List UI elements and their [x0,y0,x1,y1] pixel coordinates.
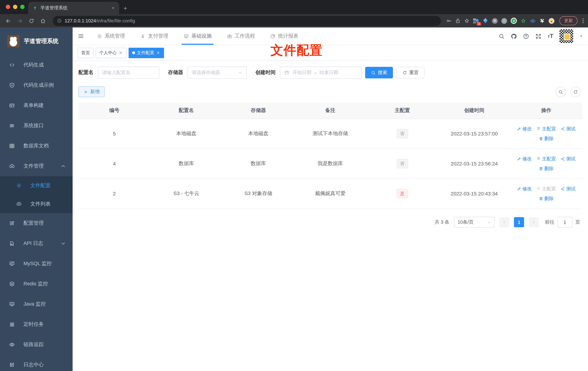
tag-label: 首页 [81,50,90,56]
storage-select[interactable]: 请选择存储器 [188,66,247,79]
edit-link[interactable]: 修改 [517,156,532,162]
new-tab-button[interactable] [123,6,128,11]
tag-首页[interactable]: 首页 [78,47,94,58]
address-bar[interactable]: 127.0.0.1:1024/infra/file/file-config [53,16,441,26]
page-size-select[interactable]: 10条/页 [454,217,494,228]
date-separator: - [315,70,316,75]
master-link[interactable]: 主配置 [536,186,556,192]
sidebar-item-系统接口[interactable]: 系统接口 [0,116,73,136]
reload-icon[interactable] [27,16,36,25]
briefcase-icon [227,33,232,39]
top-nav-基础设施[interactable]: 基础设施 [176,27,219,45]
delete-link[interactable]: 删除 [539,165,554,172]
top-nav-工作流程[interactable]: 工作流程 [219,27,262,45]
home-icon[interactable] [38,16,48,25]
sidebar-item-文件管理[interactable]: 文件管理 [0,156,73,176]
master-link[interactable]: 主配置 [536,156,556,162]
sidebar-item-配置管理[interactable]: 配置管理 [0,213,73,233]
delete-link[interactable]: 删除 [539,135,554,142]
search-button[interactable]: 搜索 [365,67,393,78]
edit-link[interactable]: 修改 [517,186,532,192]
test-link[interactable]: 测试 [561,156,576,162]
top-nav-系统管理[interactable]: 系统管理 [89,27,133,45]
top-nav-支付管理[interactable]: 支付管理 [133,27,176,45]
master-link[interactable]: 主配置 [536,126,556,132]
edit-link[interactable]: 修改 [517,126,532,132]
reset-button[interactable]: 重置 [397,67,424,78]
help-icon[interactable] [523,33,529,39]
sidebar-subitem-文件配置[interactable]: 文件配置 [0,176,73,195]
test-link[interactable]: 测试 [561,186,576,192]
extension-v-icon[interactable]: V [511,18,517,24]
extension-eye-icon[interactable] [530,18,536,24]
table-toolbar: 新增 [78,86,582,97]
font-size-icon[interactable] [547,32,553,40]
sidebar-subitem-文件列表[interactable]: 文件列表 [0,195,73,213]
show-search-toggle-button[interactable] [556,86,566,97]
url-path: /infra/file/file-config [96,18,135,23]
zoom-window-button[interactable] [20,5,25,9]
sidebar-item-数据库文档[interactable]: 数据库文档 [0,136,73,156]
tag-close-icon[interactable] [156,51,160,55]
tag-文件配置[interactable]: 文件配置 [129,47,164,58]
screen: 芋道管理系统 127.0.0.1:1024/infra/file/file-co… [0,0,588,371]
search-icon[interactable] [498,33,504,39]
extension-star-icon[interactable] [520,18,526,24]
github-icon[interactable] [511,33,517,39]
extension-command-icon[interactable]: ⌘ [492,18,498,24]
tab-close-icon[interactable] [110,5,116,11]
sidebar-item-代码生成[interactable]: 代码生成 [0,55,73,75]
sidebar-item-label: 文件管理 [23,163,52,170]
fullscreen-icon[interactable] [535,33,541,39]
refresh-icon [573,89,578,94]
close-window-button[interactable] [6,5,10,9]
config-name-input[interactable]: 请输入配置名 [98,66,159,79]
extension-kite-icon[interactable] [483,18,488,24]
column-header: 配置名 [150,103,222,119]
extensions-puzzle-icon[interactable] [539,18,545,24]
top-nav-统计报表[interactable]: 统计报表 [262,27,306,45]
browser-menu-kebab-icon[interactable] [583,18,584,23]
site-info-icon[interactable] [57,18,62,23]
back-icon[interactable] [4,16,13,25]
user-menu-caret-icon[interactable] [579,34,583,38]
share-macos-icon[interactable] [455,18,461,23]
refresh-table-button[interactable] [570,86,581,97]
add-button[interactable]: 新增 [78,86,105,97]
sidebar-item-代码生成示例[interactable]: 代码生成示例 [0,75,73,95]
current-page-button[interactable]: 1 [514,217,524,227]
sidebar-item-API 日志[interactable]: API 日志 [0,233,73,254]
collapse-sidebar-icon[interactable] [78,33,84,39]
gear-icon [16,183,22,188]
tag-close-icon[interactable] [118,51,123,55]
sidebar-item-Redis 监控[interactable]: Redis 监控 [0,274,73,294]
browser-tab[interactable]: 芋道管理系统 [28,2,119,14]
sidebar-item-MySQL 监控[interactable]: MySQL 监控 [0,254,73,274]
date-range-picker[interactable]: 开始日期 - 结束日期 [280,66,362,79]
user-avatar-qr[interactable] [559,29,573,43]
extension-record-icon[interactable] [501,18,507,24]
browser-tabstrip: 芋道管理系统 [0,0,588,14]
minimize-window-button[interactable] [13,5,17,9]
extension-pinned-icon[interactable]: 11 [473,18,479,24]
test-link[interactable]: 测试 [561,126,576,132]
sidebar-item-表单构建[interactable]: 表单构建 [0,95,73,116]
bookmark-star-icon[interactable] [464,18,470,23]
sidebar-item-定时任务[interactable]: 定时任务 [0,314,73,335]
delete-link[interactable]: 删除 [539,195,554,202]
chevron-up-icon [60,163,66,169]
sidebar-item-Java 监控[interactable]: Java 监控 [0,294,73,314]
sidebar-logo[interactable]: 芋道管理系统 [0,27,73,55]
password-key-icon[interactable] [446,18,452,23]
forward-icon[interactable] [15,16,25,25]
profile-emoji-icon[interactable] [549,18,554,24]
sidebar-item-label: 定时任务 [23,321,66,328]
tag-个人中心[interactable]: 个人中心 [96,47,126,58]
sidebar-item-日志中心[interactable]: 日志中心 [0,355,73,371]
sidebar-item-链路追踪[interactable]: 链路追踪 [0,335,73,355]
app-window: 芋道管理系统 代码生成代码生成示例表单构建系统接口数据库文档文件管理文件配置文件… [0,27,588,371]
next-page-button[interactable] [529,217,539,227]
goto-page-input[interactable]: 1 [557,217,572,228]
browser-update-button[interactable]: 更新 [559,16,578,25]
prev-page-button[interactable] [499,217,509,227]
